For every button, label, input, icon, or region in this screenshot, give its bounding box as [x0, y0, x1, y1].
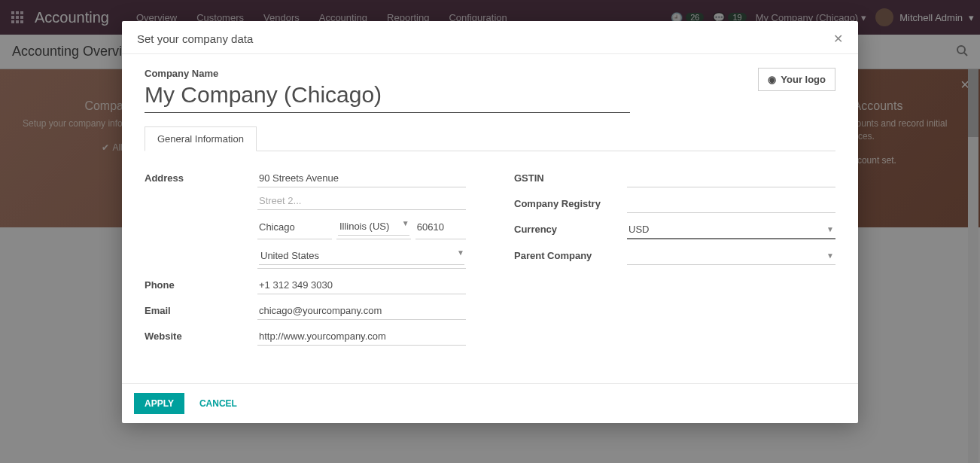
city-input[interactable] [257, 215, 332, 239]
website-label: Website [145, 327, 257, 342]
zip-input[interactable] [415, 215, 466, 239]
parent-company-input[interactable] [627, 247, 835, 265]
upload-logo-label: Your logo [781, 74, 826, 85]
street-input[interactable] [257, 169, 466, 187]
website-input[interactable] [257, 327, 466, 346]
country-select[interactable]: ▼ [257, 244, 466, 269]
registry-label: Company Registry [514, 195, 627, 209]
email-label: Email [145, 302, 257, 316]
address-label: Address [145, 169, 257, 184]
modal-overlay: Set your company data ✕ Company Name ◉ Y… [0, 0, 980, 463]
camera-icon: ◉ [768, 74, 776, 85]
company-name-label: Company Name [145, 68, 758, 79]
upload-logo-button[interactable]: ◉ Your logo [758, 68, 835, 91]
street2-input[interactable] [257, 192, 466, 210]
currency-label: Currency [514, 221, 627, 235]
modal-footer: Apply Cancel [122, 383, 858, 423]
modal-title: Set your company data [137, 32, 253, 45]
gstin-input[interactable] [627, 169, 835, 187]
close-icon[interactable]: ✕ [833, 32, 843, 46]
country-input[interactable] [259, 247, 464, 265]
cancel-button[interactable]: Cancel [192, 393, 245, 414]
currency-select[interactable]: ▼ [627, 221, 835, 239]
parent-company-select[interactable]: ▼ [627, 247, 835, 265]
company-modal: Set your company data ✕ Company Name ◉ Y… [122, 21, 858, 423]
email-input[interactable] [257, 302, 466, 320]
company-name-input[interactable] [145, 81, 630, 113]
tab-bar: General Information [145, 126, 835, 151]
tab-general-information[interactable]: General Information [145, 126, 257, 151]
state-input[interactable] [338, 218, 409, 236]
parent-company-label: Parent Company [514, 247, 627, 261]
registry-input[interactable] [627, 195, 835, 213]
currency-input[interactable] [627, 221, 835, 239]
phone-input[interactable] [257, 276, 466, 294]
apply-button[interactable]: Apply [134, 393, 184, 414]
state-select[interactable]: ▼ [336, 215, 411, 239]
phone-label: Phone [145, 276, 257, 291]
modal-header: Set your company data ✕ [122, 21, 858, 53]
gstin-label: GSTIN [514, 169, 627, 184]
